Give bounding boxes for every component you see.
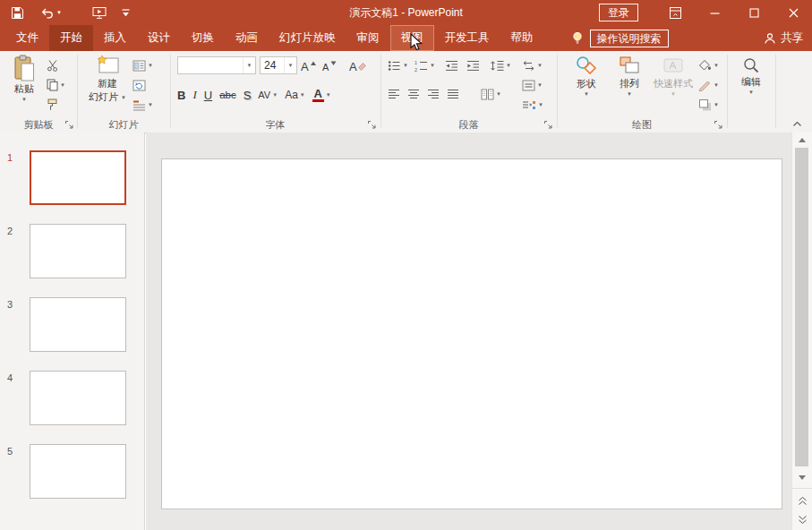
tab-home[interactable]: 开始 [49,25,93,51]
increase-font-size-button[interactable]: A [301,56,317,74]
tab-animations[interactable]: 动画 [225,25,269,51]
align-center-button[interactable] [407,85,420,103]
new-slide-button[interactable]: 新建 幻灯片 [86,55,129,103]
customize-quick-access-button[interactable] [121,0,131,25]
font-color-button[interactable]: A [312,89,331,102]
share-button[interactable]: 共享 [764,25,812,51]
italic-button[interactable]: I [192,88,196,102]
sign-in-button[interactable]: 登录 [599,4,638,21]
save-button[interactable] [11,0,24,25]
decrease-indent-button[interactable] [445,56,458,74]
tell-me-search[interactable]: 操作说明搜索 [571,25,669,51]
bullets-icon [388,60,401,72]
decrease-font-size-button[interactable]: A [322,56,337,74]
bold-button[interactable]: B [177,89,185,102]
tab-slide-show[interactable]: 幻灯片放映 [269,25,346,51]
copy-button[interactable] [47,76,65,94]
bullets-button[interactable] [388,56,408,74]
align-left-button[interactable] [388,85,400,103]
tab-transitions[interactable]: 切换 [181,25,225,51]
start-slideshow-button[interactable] [92,0,107,25]
font-name-combobox[interactable] [177,56,256,74]
current-slide[interactable] [161,158,782,509]
columns-icon [481,89,494,100]
slide-thumbnail-3[interactable] [30,297,126,352]
scroll-down-button[interactable] [792,471,812,484]
quick-styles-button: 快速样式 [650,55,697,97]
undo-dropdown[interactable] [56,0,62,25]
decrease-font-size-icon: A [322,59,337,73]
shapes-button[interactable]: 形状 [568,55,605,97]
section-button[interactable] [132,96,153,114]
tab-design[interactable]: 设计 [137,25,181,51]
undo-button[interactable] [40,0,55,25]
shape-outline-button[interactable] [698,76,719,94]
mouse-cursor [410,33,423,52]
line-spacing-button[interactable] [490,56,511,74]
double-chevron-down-icon [798,515,808,525]
shape-effects-button[interactable] [698,96,719,114]
drawing-dialog-launcher[interactable] [713,119,722,129]
collapse-ribbon-button[interactable] [790,117,804,129]
scrollbar-thumb[interactable] [795,148,808,466]
columns-button[interactable] [481,85,501,103]
tab-help[interactable]: 帮助 [500,25,544,51]
increase-indent-button[interactable] [466,56,480,74]
text-direction-icon [522,60,535,72]
lightbulb-icon [571,31,584,45]
editing-button[interactable]: 编辑 [733,56,769,95]
ribbon-display-options-button[interactable] [662,0,688,25]
justify-button[interactable] [447,85,459,103]
arrange-icon [618,55,641,76]
slide-thumbnail-1[interactable] [30,150,126,205]
person-icon [764,32,776,45]
chevron-down-icon [60,82,65,88]
format-painter-button[interactable] [47,96,58,114]
maximize-icon [749,8,759,18]
slide-layout-button[interactable] [132,56,153,74]
font-dialog-launcher[interactable] [366,119,376,129]
clipboard-dialog-launcher[interactable] [64,119,73,129]
chevron-down-icon[interactable] [284,57,296,73]
scroll-up-button[interactable] [792,133,812,147]
slide-thumbnail-4[interactable] [30,371,126,425]
convert-to-smartart-button[interactable] [522,96,543,114]
align-right-button[interactable] [427,85,440,103]
numbering-button[interactable]: 12 [415,56,435,74]
character-spacing-button[interactable]: AV [258,90,278,100]
shape-fill-button[interactable] [698,56,719,74]
paste-button[interactable]: 粘贴 [6,55,42,102]
reset-slide-button[interactable] [132,76,146,94]
smartart-icon [522,99,536,111]
close-button[interactable] [780,0,807,25]
tab-file[interactable]: 文件 [5,25,49,51]
tab-developer[interactable]: 开发工具 [434,25,500,51]
change-case-button[interactable]: Aa [285,89,305,101]
font-size-combobox[interactable]: 24 [260,56,297,74]
slide-layout-icon [132,60,146,72]
next-slide-button[interactable] [792,511,812,527]
tab-review[interactable]: 审阅 [346,25,390,51]
paragraph-dialog-launcher[interactable] [543,119,552,129]
tell-me-label[interactable]: 操作说明搜索 [590,30,669,47]
maximize-button[interactable] [740,0,767,25]
double-chevron-up-icon [798,496,808,506]
align-text-button[interactable] [522,76,543,94]
font-size-value: 24 [261,59,284,72]
cut-button[interactable] [47,56,59,74]
customize-quick-access-icon [121,8,131,18]
underline-button[interactable]: U [204,89,212,102]
slide-thumbnail-5[interactable] [30,444,126,499]
clear-formatting-button[interactable]: A [349,56,366,74]
slide-thumbnail-2[interactable] [30,224,126,278]
arrange-button[interactable]: 排列 [611,55,648,97]
text-shadow-button[interactable]: S [244,89,252,102]
chevron-down-icon[interactable] [243,57,255,73]
strikethrough-button[interactable]: abc [219,90,236,100]
text-direction-button[interactable] [522,56,543,74]
group-font: 24 A A A B I U abc S AV Aa A 字体 [170,51,380,132]
tab-insert[interactable]: 插入 [93,25,137,51]
slide-number-3: 3 [7,299,13,310]
previous-slide-button[interactable] [792,492,812,509]
minimize-button[interactable] [701,0,728,25]
